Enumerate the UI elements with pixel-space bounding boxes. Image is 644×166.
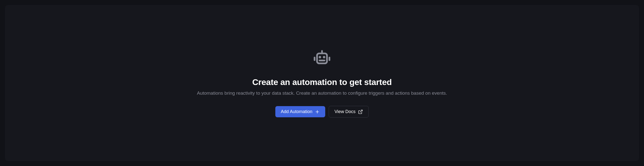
view-docs-label: View Docs: [334, 109, 356, 114]
empty-state-panel: Create an automation to get started Auto…: [5, 5, 639, 161]
empty-state-description: Automations bring reactivity to your dat…: [197, 90, 447, 96]
svg-point-6: [324, 57, 324, 57]
svg-point-5: [320, 57, 320, 57]
add-automation-label: Add Automation: [281, 109, 312, 114]
svg-line-10: [360, 110, 362, 112]
plus-icon: [315, 109, 320, 114]
external-link-icon: [358, 109, 363, 114]
button-row: Add Automation View Docs: [275, 106, 369, 117]
add-automation-button[interactable]: Add Automation: [275, 106, 325, 117]
svg-rect-2: [317, 53, 327, 63]
robot-icon: [312, 49, 332, 69]
empty-state-heading: Create an automation to get started: [252, 77, 392, 87]
view-docs-button[interactable]: View Docs: [329, 106, 369, 117]
